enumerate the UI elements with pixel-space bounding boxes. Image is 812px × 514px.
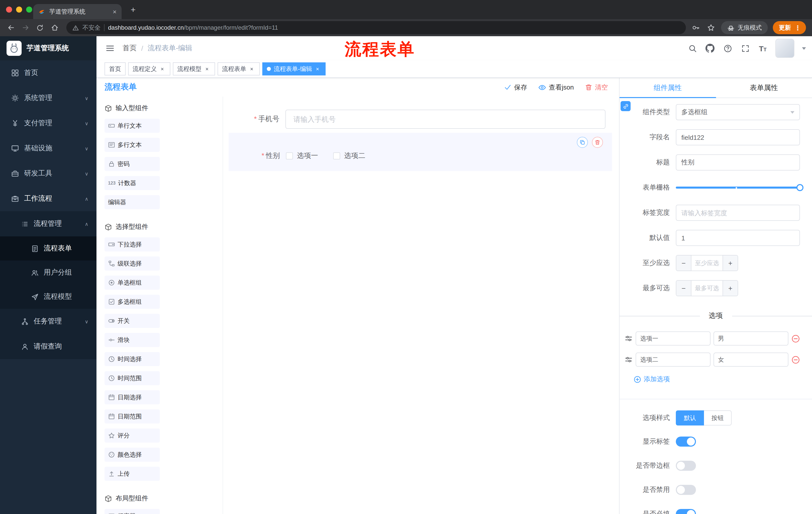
view-json-button[interactable]: 查看json — [538, 83, 574, 92]
phone-field-row[interactable]: *手机号 — [229, 110, 606, 129]
drag-handle-icon[interactable] — [625, 356, 633, 363]
reload-button[interactable] — [33, 21, 47, 34]
sidebar-item-user-group[interactable]: 用户分组 — [0, 261, 96, 285]
tag-close-icon[interactable]: × — [203, 65, 210, 73]
font-size-button[interactable]: TT — [758, 43, 768, 53]
clear-button[interactable]: 清空 — [585, 83, 608, 92]
palette-item-multi-line-text[interactable]: 多行文本 — [105, 138, 160, 152]
browser-tab[interactable]: 芋道管理系统 × — [33, 4, 122, 19]
palette-item-password[interactable]: 密码 — [105, 157, 160, 171]
design-canvas[interactable]: *手机号 *性别 — [223, 97, 619, 514]
decrease-button[interactable]: − — [676, 255, 691, 271]
palette-item-time-picker[interactable]: 时间选择 — [105, 352, 160, 366]
remove-option-button[interactable] — [791, 355, 800, 364]
tab-close-icon[interactable]: × — [113, 8, 117, 15]
sidebar-item-infrastructure[interactable]: 基础设施 ∨ — [0, 136, 96, 161]
option-1-name-input[interactable] — [636, 331, 710, 346]
home-button[interactable] — [48, 21, 61, 34]
tag-process-definition[interactable]: 流程定义 × — [128, 62, 170, 76]
forward-button[interactable] — [19, 21, 32, 34]
tag-close-icon[interactable]: × — [159, 65, 166, 73]
slider-handle[interactable] — [796, 184, 804, 191]
breadcrumb-home[interactable]: 首页 — [123, 44, 137, 53]
minimize-window-button[interactable] — [16, 6, 22, 12]
palette-item-counter[interactable]: 123计数器 — [105, 176, 160, 190]
increase-button[interactable]: + — [723, 255, 737, 271]
palette-item-upload[interactable]: 上传 — [105, 467, 160, 481]
grid-slider[interactable] — [676, 180, 800, 196]
palette-item-date-range[interactable]: 日期范围 — [105, 409, 160, 424]
drag-handle-icon[interactable] — [625, 334, 633, 343]
show-label-switch[interactable] — [676, 437, 696, 447]
option-style-default-button[interactable]: 默认 — [676, 410, 704, 426]
github-button[interactable] — [705, 43, 715, 53]
palette-item-single-line-text[interactable]: 单行文本 — [105, 119, 160, 133]
palette-item-editor[interactable]: 编辑器 — [105, 195, 160, 209]
phone-input[interactable] — [285, 110, 606, 129]
address-bar[interactable]: 不安全 dashboard.yudao.iocoder.cn/bpm/manag… — [66, 21, 686, 34]
link-chip[interactable] — [620, 101, 631, 111]
sidebar-item-process-management[interactable]: 流程管理 ∧ — [0, 211, 96, 236]
sidebar-item-home[interactable]: 首页 — [0, 60, 96, 85]
sidebar-item-task-management[interactable]: 任务管理 ∨ — [0, 309, 96, 334]
option-2-value-input[interactable] — [714, 353, 788, 367]
sidebar-item-process-model[interactable]: 流程模型 — [0, 285, 96, 309]
user-avatar[interactable] — [775, 39, 794, 58]
help-button[interactable] — [723, 43, 733, 53]
incognito-badge[interactable]: 无痕模式 — [721, 21, 768, 34]
palette-item-slider[interactable]: 滑块 — [105, 333, 160, 347]
palette-item-select[interactable]: 下拉选择 — [105, 237, 160, 251]
sidebar-item-leave-query[interactable]: 请假查询 — [0, 334, 96, 359]
palette-item-cascader[interactable]: 级联选择 — [105, 256, 160, 271]
label-width-input[interactable] — [676, 205, 800, 221]
sidebar-item-payment[interactable]: 支付管理 ∨ — [0, 111, 96, 136]
tab-form-props[interactable]: 表单属性 — [716, 78, 812, 98]
close-window-button[interactable] — [6, 6, 12, 12]
option-1-value-input[interactable] — [714, 331, 788, 346]
default-value-input[interactable] — [676, 230, 800, 246]
sidebar-item-process-form[interactable]: 流程表单 — [0, 236, 96, 261]
maximize-window-button[interactable] — [26, 6, 32, 12]
browser-menu-icon[interactable]: ⋮ — [794, 24, 801, 31]
required-switch[interactable] — [676, 509, 696, 514]
tag-process-form-edit[interactable]: 流程表单-编辑 × — [262, 62, 326, 76]
sidebar-item-dev-tools[interactable]: 研发工具 ∨ — [0, 161, 96, 186]
component-type-select[interactable]: 多选框组 — [676, 104, 800, 120]
decrease-button[interactable]: − — [676, 281, 691, 296]
palette-item-radio-group[interactable]: 单选框组 — [105, 276, 160, 290]
min-select-input[interactable] — [691, 255, 723, 271]
max-select-input[interactable] — [691, 281, 723, 296]
gender-option-1[interactable]: 选项一 — [286, 152, 318, 160]
avatar-caret-icon[interactable] — [802, 47, 806, 50]
save-button[interactable]: 保存 — [504, 83, 527, 92]
header-search-button[interactable] — [687, 43, 697, 53]
field-name-input[interactable] — [676, 129, 800, 145]
copy-widget-button[interactable] — [577, 137, 588, 148]
title-input[interactable] — [676, 154, 800, 170]
option-style-button-button[interactable]: 按钮 — [704, 410, 732, 426]
remove-option-button[interactable] — [791, 334, 800, 343]
palette-item-switch[interactable]: 开关 — [105, 314, 160, 328]
tag-process-model[interactable]: 流程模型 × — [173, 62, 215, 76]
increase-button[interactable]: + — [723, 281, 737, 296]
tag-process-form[interactable]: 流程表单 × — [218, 62, 260, 76]
tag-close-icon[interactable]: × — [248, 65, 255, 73]
sidebar-item-workflow[interactable]: 工作流程 ∧ — [0, 186, 96, 211]
bookmark-button[interactable] — [706, 23, 716, 33]
palette-item-row-container[interactable]: 行容器 — [105, 509, 160, 514]
fullscreen-button[interactable] — [740, 43, 750, 53]
gender-field-widget-selected[interactable]: *性别 选项一 选项二 — [229, 133, 612, 171]
disabled-switch[interactable] — [676, 485, 696, 495]
option-2-name-input[interactable] — [636, 353, 710, 367]
palette-item-checkbox-group[interactable]: 多选框组 — [105, 295, 160, 309]
tag-close-icon[interactable]: × — [314, 65, 321, 73]
sidebar-item-system[interactable]: 系统管理 ∨ — [0, 85, 96, 111]
border-switch[interactable] — [676, 461, 696, 471]
sidebar-logo[interactable]: 芋道管理系统 — [0, 36, 96, 60]
browser-update-button[interactable]: 更新 ⋮ — [773, 21, 806, 34]
password-key-button[interactable] — [691, 23, 701, 33]
delete-widget-button[interactable] — [592, 137, 603, 148]
tab-component-props[interactable]: 组件属性 — [619, 78, 716, 98]
back-button[interactable] — [4, 21, 18, 34]
palette-item-date-picker[interactable]: 日期选择 — [105, 390, 160, 404]
